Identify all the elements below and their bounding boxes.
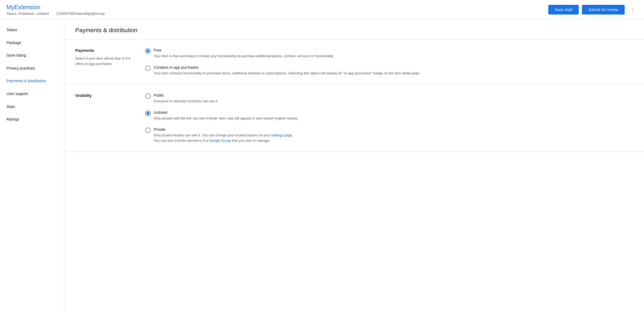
sidebar-item-store-listing[interactable]: Store listing <box>0 49 64 62</box>
app-name: MyExtension <box>6 3 548 11</box>
radio-unlisted-desc: Only people with the link can see it (No… <box>154 116 633 121</box>
radio-inapp-text: Contains in-app purchases Your item cont… <box>154 65 633 76</box>
sidebar: Status Package Store listing Privacy pra… <box>0 19 65 312</box>
payments-options: Free Your item is free and doesn't conta… <box>145 48 633 76</box>
visibility-option-private[interactable]: Private Only trusted testers can see it.… <box>145 127 633 143</box>
payments-section: Payments Select if your item will be fre… <box>65 39 644 85</box>
radio-free-text: Free Your item is free and doesn't conta… <box>154 48 633 59</box>
layout: Status Package Store listing Privacy pra… <box>0 19 644 312</box>
sidebar-item-package[interactable]: Package <box>0 37 64 49</box>
page-title: Payments & distribution <box>65 19 644 39</box>
radio-public-text: Public Everyone in selected countries ca… <box>154 93 633 104</box>
radio-free[interactable] <box>145 48 151 54</box>
radio-private[interactable] <box>145 128 151 133</box>
sidebar-item-privacy-practices[interactable]: Privacy practices <box>0 62 64 75</box>
header: MyExtension Status: Published - unlisted… <box>0 0 644 19</box>
radio-unlisted[interactable] <box>145 111 151 116</box>
visibility-options: Public Everyone in selected countries ca… <box>145 93 633 143</box>
sidebar-item-ratings[interactable]: Ratings <box>0 113 64 126</box>
submit-for-review-button[interactable]: Submit for review <box>582 5 625 14</box>
main-content: Payments & distribution Payments Select … <box>65 19 644 312</box>
settings-page-link[interactable]: settings page <box>271 133 292 137</box>
radio-inapp-desc: Your item contains functionality to purc… <box>154 71 633 76</box>
app-meta: Status: Published - unlisted 12345678910… <box>6 12 548 16</box>
payments-label-col: Payments Select if your item will be fre… <box>75 48 134 76</box>
visibility-section: Visibility Public Everyone in selected c… <box>65 85 644 152</box>
radio-private-label: Private <box>154 127 633 132</box>
payment-option-free[interactable]: Free Your item is free and doesn't conta… <box>145 48 633 59</box>
radio-public[interactable] <box>145 93 151 99</box>
radio-inapp-label: Contains in-app purchases <box>154 65 633 70</box>
sidebar-item-payments-distribution[interactable]: Payments & distribution <box>0 75 64 88</box>
radio-unlisted-text: Unlisted Only people with the link can s… <box>154 110 633 121</box>
visibility-label: Visibility <box>75 93 134 98</box>
save-draft-button[interactable]: Save draft <box>548 5 579 14</box>
radio-inapp[interactable] <box>145 66 151 71</box>
google-group-link[interactable]: Google Group <box>209 139 231 143</box>
sidebar-item-stats[interactable]: Stats <box>0 100 64 113</box>
payments-description: Select if your item will be free or if i… <box>75 56 134 66</box>
visibility-option-unlisted[interactable]: Unlisted Only people with the link can s… <box>145 110 633 121</box>
visibility-label-col: Visibility <box>75 93 134 143</box>
visibility-option-public[interactable]: Public Everyone in selected countries ca… <box>145 93 633 104</box>
payment-option-inapp[interactable]: Contains in-app purchases Your item cont… <box>145 65 633 76</box>
app-status: Status: Published - unlisted <box>6 12 49 16</box>
sidebar-item-status[interactable]: Status <box>0 24 64 37</box>
radio-public-label: Public <box>154 93 633 97</box>
header-actions: Save draft Submit for review ⋮ <box>548 4 638 15</box>
more-options-button[interactable]: ⋮ <box>628 4 638 15</box>
radio-unlisted-label: Unlisted <box>154 110 633 115</box>
radio-private-text: Private Only trusted testers can see it.… <box>154 127 633 143</box>
app-id: 12345678910abcdefghijklmnop <box>56 12 105 16</box>
header-left: MyExtension Status: Published - unlisted… <box>6 3 548 16</box>
sidebar-item-user-support[interactable]: User support <box>0 88 64 100</box>
radio-private-desc: Only trusted testers can see it. You can… <box>154 133 633 143</box>
radio-public-desc: Everyone in selected countries can see i… <box>154 99 633 104</box>
radio-free-desc: Your item is free and doesn't contain an… <box>154 53 633 59</box>
more-icon: ⋮ <box>630 6 635 13</box>
radio-free-label: Free <box>154 48 633 52</box>
payments-label: Payments <box>75 48 134 53</box>
